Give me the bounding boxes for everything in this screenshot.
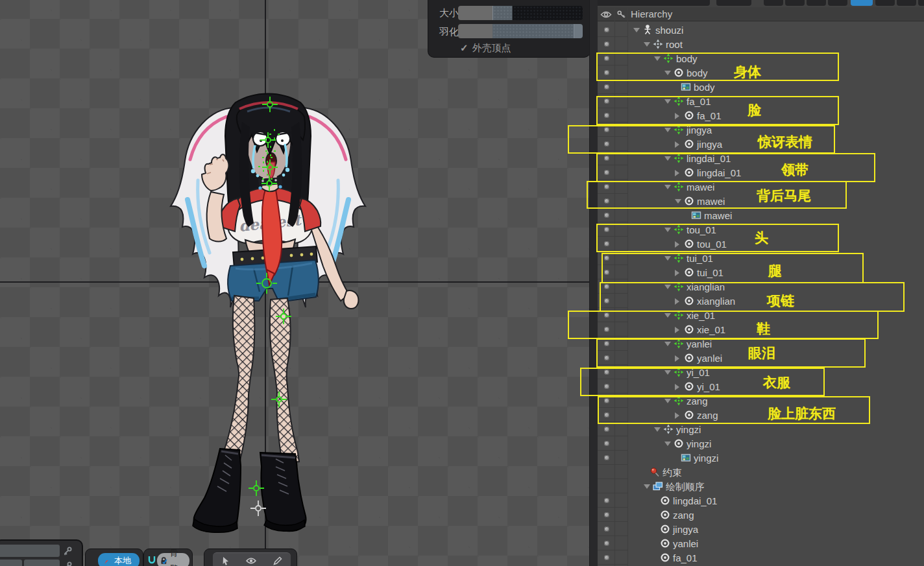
tree-row-slot-tui_01[interactable]: tui_01 [598,265,924,279]
tree-row-bone-lingdai_01[interactable]: lingdai_01 [598,151,924,165]
feather-slider[interactable] [458,24,583,38]
collapse-arrow-icon[interactable] [654,56,661,61]
expand-arrow-icon[interactable] [675,355,679,362]
tree-row-slot-mawei[interactable]: mawei [598,194,924,208]
visibility-dot[interactable] [604,170,609,175]
visibility-dot[interactable] [604,327,609,332]
pen-icon[interactable] [273,556,282,565]
expand-arrow-icon[interactable] [675,327,679,333]
tree-row-slot-yingzi[interactable]: yingzi [598,436,924,451]
visibility-dot[interactable] [604,298,609,303]
tree-row-bone-fa_01[interactable]: fa_01 [598,94,924,108]
mini-slider-1[interactable] [0,545,60,557]
visibility-dot[interactable] [604,312,609,318]
tree-row-layers-绘制顺序[interactable]: 绘制顺序 [598,479,924,493]
tree-row-slot-jingya[interactable]: jingya [598,137,924,151]
visibility-eye-icon[interactable] [600,10,612,19]
magnet-icon[interactable] [148,556,156,565]
collapse-arrow-icon[interactable] [664,185,671,189]
eye-icon[interactable] [246,557,256,565]
tree-row-bone-mawei[interactable]: mawei [598,180,924,194]
collapse-arrow-icon[interactable] [675,199,681,204]
expand-arrow-icon[interactable] [675,384,679,390]
collapse-arrow-icon[interactable] [664,228,671,232]
visibility-dot[interactable] [604,526,609,532]
tree-row-pin-约束[interactable]: 约束 [598,465,924,479]
expand-arrow-icon[interactable] [675,170,679,176]
visibility-dot[interactable] [604,341,609,346]
toolbar-button[interactable] [716,0,751,6]
visibility-dot[interactable] [604,70,609,75]
expand-arrow-icon[interactable] [675,412,679,419]
toolbar-button[interactable] [897,0,916,6]
toolbar-button[interactable] [598,0,710,6]
visibility-dot[interactable] [604,512,609,517]
tree-row-slot-xianglian[interactable]: xianglian [598,294,924,308]
tree-row-slot-zang[interactable]: zang [598,408,924,422]
visibility-dot[interactable] [604,355,609,360]
tree-row-bone-tui_01[interactable]: tui_01 [598,251,924,265]
expand-arrow-icon[interactable] [675,141,679,148]
visibility-dot[interactable] [604,113,609,118]
local-mode-button[interactable]: 本地 [98,553,140,566]
tree-row-bone-root[interactable]: root [598,37,924,51]
tree-row-bone-body[interactable]: body [598,51,924,65]
tree-row-bone-xianglian[interactable]: xianglian [598,279,924,294]
visibility-dot[interactable] [604,384,609,389]
tree-row-slot-yanlei[interactable]: yanlei [598,351,924,365]
tree-row-slot-lingdai_01[interactable]: lingdai_01 [598,165,924,180]
visibility-dot[interactable] [604,141,609,147]
tree-row-slot-body[interactable]: body [598,65,924,80]
visibility-dot[interactable] [604,555,609,560]
tree-row-slot-fa_01[interactable]: fa_01 [598,550,924,565]
visibility-dot[interactable] [604,127,609,132]
visibility-dot[interactable] [604,270,609,275]
tree-row-bone-yingzi[interactable]: yingzi [598,422,924,436]
tree-row-slot-lingdai_01[interactable]: lingdai_01 [598,493,924,508]
visibility-dot[interactable] [604,398,609,403]
visibility-dot[interactable] [604,255,609,261]
collapse-arrow-icon[interactable] [664,342,671,346]
mini-slider-2b[interactable] [24,560,60,566]
visibility-dot[interactable] [604,41,609,47]
hull-vertices-checkbox[interactable]: ✓外壳顶点 [460,42,511,54]
visibility-dot[interactable] [604,227,609,232]
tree-row-bone-tou_01[interactable]: tou_01 [598,222,924,237]
toolbar-button[interactable] [828,0,847,6]
tree-row-bone-xie_01[interactable]: xie_01 [598,308,924,322]
collapse-arrow-icon[interactable] [664,256,671,261]
collapse-arrow-icon[interactable] [664,285,671,289]
visibility-dot[interactable] [604,156,609,161]
visibility-dot[interactable] [604,184,609,189]
toolbar-button[interactable] [764,0,783,6]
collapse-arrow-icon[interactable] [664,370,671,375]
selection-key-icon[interactable] [616,10,626,19]
tree-row-slot-fa_01[interactable]: fa_01 [598,108,924,123]
visibility-dot[interactable] [604,455,609,460]
tree-row-image-yingzi[interactable]: yingzi [598,451,924,465]
tree-row-skeleton-shouzi[interactable]: shouzi [598,23,924,37]
key-icon[interactable] [60,545,75,557]
visibility-dot[interactable] [604,541,609,546]
visibility-dot[interactable] [604,427,609,432]
collapse-arrow-icon[interactable] [644,484,650,489]
tree-row-image-mawei[interactable]: mawei [598,208,924,222]
collapse-arrow-icon[interactable] [664,99,671,104]
tree-row-slot-yi_01[interactable]: yi_01 [598,379,924,394]
visibility-dot[interactable] [604,198,609,204]
toolbar-button[interactable] [807,0,826,6]
collapse-arrow-icon[interactable] [664,313,671,318]
expand-arrow-icon[interactable] [675,241,679,248]
visibility-dot[interactable] [604,27,609,32]
collapse-arrow-icon[interactable] [664,442,671,446]
tree-row-bone-yanlei[interactable]: yanlei [598,336,924,351]
visibility-dot[interactable] [604,213,609,218]
key-icon[interactable] [60,560,75,566]
expand-arrow-icon[interactable] [675,113,679,119]
tree-row-image-body[interactable]: body [598,80,924,94]
viewport-canvas[interactable]: dearest [0,0,589,566]
visibility-dot[interactable] [604,241,609,246]
tree-row-slot-jingya[interactable]: jingya [598,522,924,536]
toolbar-button[interactable] [785,0,805,6]
collapse-arrow-icon[interactable] [633,28,640,32]
